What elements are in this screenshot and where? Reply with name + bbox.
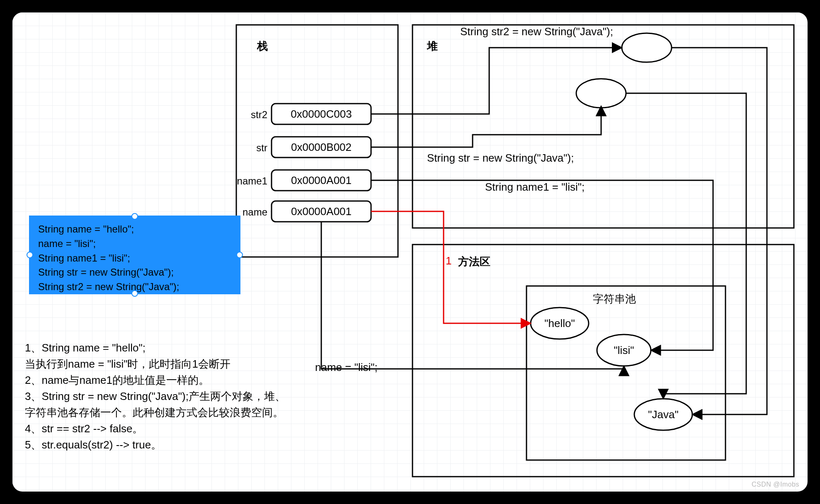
note-4: 4、str == str2 --> false。 xyxy=(25,421,323,437)
name-assign-label: name = "lisi"; xyxy=(315,361,378,373)
stack-var-str: str xyxy=(256,142,267,153)
heap-anno-str2: String str2 = new String("Java"); xyxy=(460,25,613,38)
code-line-3: String name1 = "lisi"; xyxy=(38,251,231,266)
heap-anno-name1: String name1 = "lisi"; xyxy=(485,181,585,193)
selection-handle-right[interactable] xyxy=(236,252,243,258)
heap-object-str xyxy=(576,79,626,108)
stack-title: 栈 xyxy=(257,40,268,52)
stack-addr-str2: 0x0000C003 xyxy=(291,108,352,120)
selection-handle-top[interactable] xyxy=(131,213,138,220)
pool-java-text: "Java" xyxy=(648,408,678,421)
code-block[interactable]: String name = "hello"; name = "lisi"; St… xyxy=(29,216,240,294)
arrow-str-to-heap xyxy=(371,107,601,147)
stack-var-name1: name1 xyxy=(237,175,267,187)
heap-object-str2 xyxy=(622,33,672,62)
note-2: 2、name与name1的地址值是一样的。 xyxy=(25,372,323,388)
stack-addr-name1: 0x0000A001 xyxy=(291,174,352,187)
arrow-name-to-lisi xyxy=(321,222,624,369)
notes-block: 1、String name = "hello"; 当执行到name = "lis… xyxy=(25,340,323,453)
heap-box: 堆 String str2 = new String("Java"); Stri… xyxy=(412,25,794,228)
note-5: 5、str.equals(str2) --> true。 xyxy=(25,437,323,453)
diagram-canvas: 栈 str2 0x0000C003 str 0x0000B002 name1 0… xyxy=(12,12,808,492)
stack-addr-name: 0x0000A001 xyxy=(291,205,352,218)
note-3b: 字符串池各存储一个。此种创建方式会比较浪费空间。 xyxy=(25,405,323,421)
watermark: CSDN @Imobs xyxy=(752,481,799,488)
selection-handle-left[interactable] xyxy=(27,252,33,258)
code-line-4: String str = new String("Java"); xyxy=(38,265,231,280)
heap-anno-str: String str = new String("Java"); xyxy=(427,152,574,164)
note-1b: 当执行到name = "lisi"时，此时指向1会断开 xyxy=(25,356,323,372)
stack-box: 栈 str2 0x0000C003 str 0x0000B002 name1 0… xyxy=(236,25,398,257)
svg-rect-1 xyxy=(412,25,794,228)
code-line-1: String name = "hello"; xyxy=(38,222,231,237)
string-pool-title: 字符串池 xyxy=(593,293,636,305)
method-area-box: 方法区 name = "lisi"; 字符串池 "hello" "lisi" "… xyxy=(315,245,794,477)
pool-hello-text: "hello" xyxy=(544,317,575,330)
method-area-title: 方法区 xyxy=(458,255,490,268)
stack-var-name: name xyxy=(243,206,267,218)
arrow-heapstr2-to-java xyxy=(672,48,767,414)
note-3a: 3、String str = new String("Java");产生两个对象… xyxy=(25,388,323,405)
stack-var-str2: str2 xyxy=(251,109,267,120)
selection-handle-bottom[interactable] xyxy=(131,290,138,297)
pool-lisi-text: "lisi" xyxy=(614,344,634,356)
stack-addr-str: 0x0000B002 xyxy=(291,141,352,153)
note-1a: 1、String name = "hello"; xyxy=(25,340,323,356)
heap-title: 堆 xyxy=(426,40,438,52)
red-line-label: 1 xyxy=(446,254,451,267)
code-line-2: name = "lisi"; xyxy=(38,237,231,251)
